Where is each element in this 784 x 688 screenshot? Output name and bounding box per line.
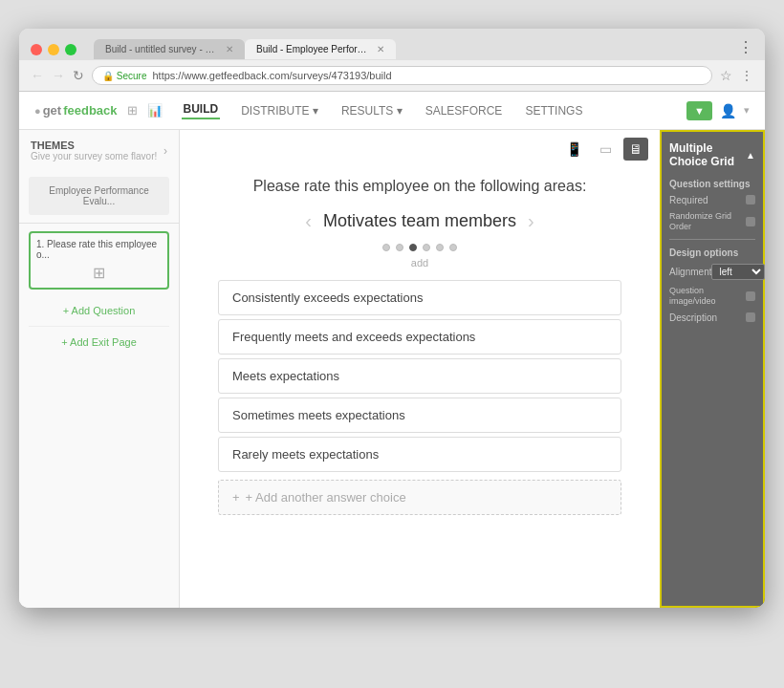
nav-results[interactable]: RESULTS ▾ bbox=[339, 104, 404, 118]
alignment-select[interactable]: left center right bbox=[711, 264, 765, 280]
star-icon[interactable]: ☆ bbox=[720, 68, 732, 83]
panel-title-text: Multiple Choice Grid bbox=[669, 141, 746, 169]
panel-title-row: Multiple Choice Grid ▲ bbox=[669, 141, 755, 169]
question-title: Motivates team members bbox=[323, 211, 516, 231]
tablet-view-button[interactable]: ▭ bbox=[594, 138, 618, 161]
browser-tab-2[interactable]: Build - Employee Performanc... ✕ bbox=[245, 39, 396, 59]
required-checkbox[interactable] bbox=[746, 195, 755, 204]
main-nav: BUILD DISTRIBUTE ▾ RESULTS ▾ SALESFORCE … bbox=[182, 102, 585, 119]
dot-1[interactable] bbox=[382, 244, 390, 251]
address-actions: ☆ ⋮ bbox=[720, 68, 753, 83]
panel-collapse-icon[interactable]: ▲ bbox=[746, 150, 755, 161]
panel-divider bbox=[669, 239, 755, 240]
description-label: Description bbox=[669, 312, 717, 323]
publish-button[interactable]: ▼ bbox=[686, 101, 712, 120]
answer-item-4[interactable]: Sometimes meets expectations bbox=[218, 398, 621, 433]
add-answer-label: + Add another answer choice bbox=[246, 490, 406, 505]
dot-2[interactable] bbox=[396, 244, 403, 251]
alignment-row: Alignment left center right bbox=[669, 264, 755, 280]
answer-item-1[interactable]: Consistently exceeds expectations bbox=[218, 280, 621, 315]
prev-question-button[interactable]: ‹ bbox=[305, 210, 312, 232]
close-window-button[interactable] bbox=[31, 44, 42, 55]
traffic-lights bbox=[31, 44, 76, 55]
dot-5[interactable] bbox=[436, 244, 444, 251]
nav-salesforce[interactable]: SALESFORCE bbox=[424, 104, 505, 118]
reload-button[interactable]: ↻ bbox=[73, 68, 84, 83]
tab-2-label: Build - Employee Performanc... bbox=[256, 44, 371, 54]
dot-4[interactable] bbox=[423, 244, 430, 251]
dot-3[interactable] bbox=[409, 244, 417, 251]
top-nav: ● getfeedback ⊞ 📊 BUILD DISTRIBUTE ▾ RES… bbox=[19, 92, 765, 130]
add-column-label[interactable]: add bbox=[218, 257, 621, 269]
tab-1-label: Build - untitled survey - GetF... bbox=[105, 44, 220, 54]
desktop-view-button[interactable]: 🖥 bbox=[623, 138, 648, 161]
alignment-label: Alignment bbox=[669, 267, 711, 277]
address-bar: ← → ↻ 🔒 Secure https://www.getfeedback.c… bbox=[19, 60, 765, 92]
nav-right: ▼ 👤 ▾ bbox=[686, 101, 750, 120]
required-row: Required bbox=[669, 195, 755, 205]
image-video-label: Question image/video bbox=[669, 286, 736, 307]
user-icon[interactable]: 👤 bbox=[720, 103, 736, 118]
randomize-checkbox[interactable] bbox=[746, 217, 755, 226]
right-panel: Multiple Choice Grid ▲ Question settings… bbox=[660, 130, 765, 608]
chart-icon[interactable]: 📊 bbox=[147, 103, 163, 118]
main-layout: THEMES Give your survey some flavor! › E… bbox=[19, 130, 765, 608]
content-area: 📱 ▭ 🖥 Please rate this employee on the f… bbox=[180, 130, 660, 608]
themes-sub: Give your survey some flavor! bbox=[31, 151, 157, 161]
image-video-row: Question image/video bbox=[669, 286, 755, 307]
answer-text-2: Frequently meets and exceeds expectation… bbox=[232, 330, 475, 344]
mobile-view-button[interactable]: 📱 bbox=[560, 138, 588, 161]
theme-card-label: Employee Performance Evalu... bbox=[34, 185, 163, 206]
nav-build[interactable]: BUILD bbox=[182, 102, 221, 119]
logo: ● getfeedback bbox=[34, 103, 118, 118]
nav-icons: ⊞ 📊 bbox=[127, 103, 163, 118]
back-button[interactable]: ← bbox=[31, 68, 44, 83]
browser-tab-1[interactable]: Build - untitled survey - GetF... ✕ bbox=[94, 39, 245, 59]
answer-item-2[interactable]: Frequently meets and exceeds expectation… bbox=[218, 319, 621, 355]
sidebar: THEMES Give your survey some flavor! › E… bbox=[19, 130, 180, 608]
description-row: Description bbox=[669, 312, 755, 323]
maximize-window-button[interactable] bbox=[65, 44, 76, 55]
device-toolbar: 📱 ▭ 🖥 bbox=[180, 130, 660, 168]
themes-section[interactable]: THEMES Give your survey some flavor! › bbox=[19, 130, 179, 171]
nav-user-chevron[interactable]: ▾ bbox=[744, 104, 750, 117]
add-question-label: + Add Question bbox=[63, 305, 136, 316]
add-exit-button[interactable]: + Add Exit Page bbox=[19, 327, 179, 357]
next-question-button[interactable]: › bbox=[528, 210, 534, 232]
add-question-button[interactable]: + Add Question bbox=[19, 295, 179, 326]
address-input[interactable]: 🔒 Secure https://www.getfeedback.com/sur… bbox=[92, 66, 712, 85]
theme-card[interactable]: Employee Performance Evalu... bbox=[29, 177, 169, 215]
tab-2-close[interactable]: ✕ bbox=[377, 44, 384, 54]
browser-menu-icon[interactable]: ⋮ bbox=[738, 38, 753, 60]
secure-badge: 🔒 Secure bbox=[102, 71, 146, 81]
question-settings-title: Question settings bbox=[669, 179, 755, 189]
survey-content: Please rate this employee on the followi… bbox=[180, 168, 660, 608]
question-card-icon: ⊞ bbox=[36, 264, 162, 282]
tab-1-close[interactable]: ✕ bbox=[226, 44, 233, 54]
nav-settings[interactable]: SETTINGS bbox=[523, 104, 584, 118]
minimize-window-button[interactable] bbox=[48, 44, 59, 55]
dot-6[interactable] bbox=[449, 244, 457, 251]
answer-list: Consistently exceeds expectations Freque… bbox=[218, 280, 621, 515]
add-answer-plus: + bbox=[232, 490, 240, 505]
themes-title: THEMES bbox=[31, 140, 157, 151]
add-answer-button[interactable]: + + Add another answer choice bbox=[218, 480, 621, 515]
grid-icon[interactable]: ⊞ bbox=[127, 103, 138, 118]
description-checkbox[interactable] bbox=[746, 312, 755, 322]
question-dots bbox=[218, 244, 621, 251]
question-nav: ‹ Motivates team members › bbox=[218, 210, 621, 232]
required-label: Required bbox=[669, 195, 708, 205]
nav-distribute[interactable]: DISTRIBUTE ▾ bbox=[239, 104, 320, 118]
image-video-checkbox[interactable] bbox=[746, 291, 755, 301]
forward-button[interactable]: → bbox=[52, 68, 65, 83]
more-icon[interactable]: ⋮ bbox=[740, 68, 753, 83]
logo-feedback: feedback bbox=[63, 103, 117, 118]
question-card[interactable]: 1. Please rate this employee o... ⊞ bbox=[29, 231, 169, 290]
add-exit-label: + Add Exit Page bbox=[61, 336, 137, 348]
title-bar: Build - untitled survey - GetF... ✕ Buil… bbox=[19, 29, 765, 60]
themes-chevron: › bbox=[163, 144, 167, 158]
answer-item-5[interactable]: Rarely meets expectations bbox=[218, 437, 621, 472]
answer-text-4: Sometimes meets expectations bbox=[232, 408, 405, 422]
answer-item-3[interactable]: Meets expectations bbox=[218, 358, 621, 394]
logo-get: get bbox=[43, 103, 62, 118]
